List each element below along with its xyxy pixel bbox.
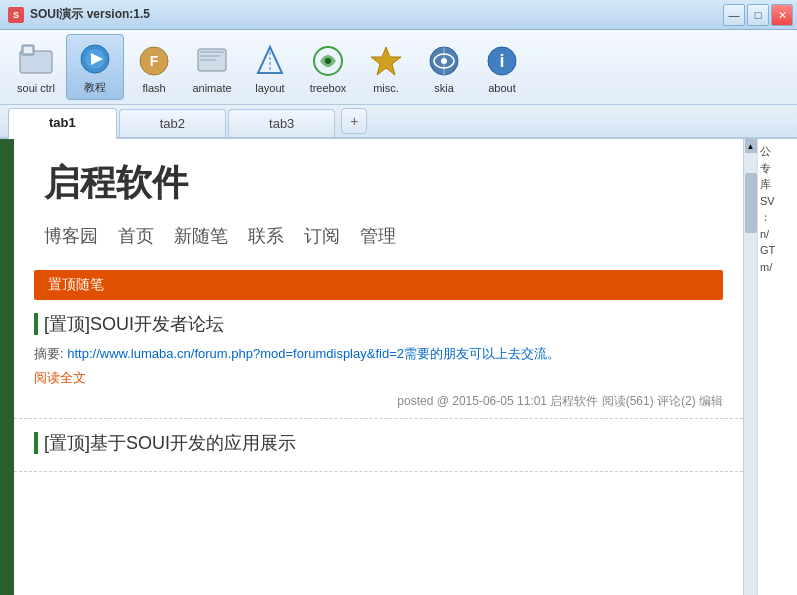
toolbar-label-skia: skia [434, 82, 454, 94]
post-title-accent-1 [34, 313, 38, 335]
nav-item-home[interactable]: 首页 [118, 224, 154, 248]
about-icon: i [482, 41, 522, 81]
svg-rect-9 [200, 51, 224, 53]
tab-bar: tab1 tab2 tab3 + [0, 105, 797, 139]
toolbar-item-about[interactable]: i about [474, 37, 530, 98]
tab-tab1[interactable]: tab1 [8, 108, 117, 139]
post-item-2: [置顶]基于SOUI开发的应用展示 [14, 419, 743, 472]
toolbar-item-tutorial[interactable]: 教程 [66, 34, 124, 100]
tutorial-icon [75, 39, 115, 79]
svg-marker-17 [371, 47, 401, 75]
blog-nav: 博客园 首页 新随笔 联系 订阅 管理 [44, 224, 713, 248]
toolbar-item-skia[interactable]: skia [416, 37, 472, 98]
svg-text:i: i [499, 51, 504, 71]
maximize-button[interactable]: □ [747, 4, 769, 26]
window-controls: — □ ✕ [723, 4, 793, 26]
right-panel-line-8: m/ [760, 259, 795, 276]
toolbar-label-about: about [488, 82, 516, 94]
misc-icon [366, 41, 406, 81]
toolbar-item-layout[interactable]: layout [242, 37, 298, 98]
svg-rect-11 [200, 59, 216, 61]
toolbar-label-flash: flash [142, 82, 165, 94]
toolbar-item-animate[interactable]: animate [184, 37, 240, 98]
svg-text:F: F [150, 53, 159, 69]
blog-header: 启程软件 博客园 首页 新随笔 联系 订阅 管理 [14, 139, 743, 258]
svg-point-16 [325, 58, 331, 64]
toolbar-label-misc: misc. [373, 82, 399, 94]
flash-icon: F [134, 41, 174, 81]
post-title-1: [置顶]SOUI开发者论坛 [34, 312, 723, 336]
post-title-2: [置顶]基于SOUI开发的应用展示 [34, 431, 723, 455]
toolbar-item-treebox[interactable]: treebox [300, 37, 356, 98]
title-bar-text: SOUI演示 version:1.5 [30, 6, 150, 23]
app-icon: S [8, 7, 24, 23]
toolbar-label-treebox: treebox [310, 82, 347, 94]
skia-icon [424, 41, 464, 81]
post-meta-1: posted @ 2015-06-05 11:01 启程软件 阅读(561) 评… [34, 393, 723, 410]
minimize-button[interactable]: — [723, 4, 745, 26]
post-link-1[interactable]: http://www.lumaba.cn/forum.php?mod=forum… [67, 346, 560, 361]
right-panel-line-3: 库 [760, 176, 795, 193]
toolbar: soui ctrl 教程 F flash [0, 30, 797, 105]
nav-item-subscribe[interactable]: 订阅 [304, 224, 340, 248]
nav-item-admin[interactable]: 管理 [360, 224, 396, 248]
toolbar-item-misc[interactable]: misc. [358, 37, 414, 98]
post-read-more-1[interactable]: 阅读全文 [34, 369, 723, 387]
toolbar-label-animate: animate [192, 82, 231, 94]
right-panel-line-1: 公 [760, 143, 795, 160]
animate-icon [192, 41, 232, 81]
right-panel-line-2: 专 [760, 160, 795, 177]
soui-ctrl-icon [16, 41, 56, 81]
toolbar-label-layout: layout [255, 82, 284, 94]
right-scrollbar[interactable]: ▲ [743, 139, 757, 595]
toolbar-item-flash[interactable]: F flash [126, 37, 182, 98]
close-button[interactable]: ✕ [771, 4, 793, 26]
left-accent-bar [0, 139, 14, 595]
right-panel-line-5: ： [760, 209, 795, 226]
title-bar: S SOUI演示 version:1.5 — □ ✕ [0, 0, 797, 30]
toolbar-label-tutorial: 教程 [84, 80, 106, 95]
toolbar-label-soui-ctrl: soui ctrl [17, 82, 55, 94]
layout-icon [250, 41, 290, 81]
post-item-1: [置顶]SOUI开发者论坛 摘要: http://www.lumaba.cn/f… [14, 300, 743, 419]
treebox-icon [308, 41, 348, 81]
right-panel: 公 专 库 SV ： n/ GT m/ [757, 139, 797, 595]
post-summary-1: 摘要: http://www.lumaba.cn/forum.php?mod=f… [34, 344, 723, 365]
toolbar-item-soui-ctrl[interactable]: soui ctrl [8, 37, 64, 98]
content-area: 启程软件 博客园 首页 新随笔 联系 订阅 管理 置顶随笔 [置顶]SOUI开发… [14, 139, 743, 595]
right-panel-line-4: SV [760, 193, 795, 210]
nav-item-contact[interactable]: 联系 [248, 224, 284, 248]
blog-title: 启程软件 [44, 159, 713, 208]
svg-rect-10 [200, 55, 220, 57]
nav-item-blog[interactable]: 博客园 [44, 224, 98, 248]
nav-item-new-post[interactable]: 新随笔 [174, 224, 228, 248]
tab-tab3[interactable]: tab3 [228, 109, 335, 137]
svg-rect-2 [24, 47, 32, 53]
scroll-thumb[interactable] [745, 173, 757, 233]
tab-tab2[interactable]: tab2 [119, 109, 226, 137]
tab-add-button[interactable]: + [341, 108, 367, 134]
right-panel-line-7: GT [760, 242, 795, 259]
right-panel-line-6: n/ [760, 226, 795, 243]
post-title-accent-2 [34, 432, 38, 454]
main-content: 启程软件 博客园 首页 新随笔 联系 订阅 管理 置顶随笔 [置顶]SOUI开发… [0, 139, 797, 595]
pinned-header: 置顶随笔 [34, 270, 723, 300]
